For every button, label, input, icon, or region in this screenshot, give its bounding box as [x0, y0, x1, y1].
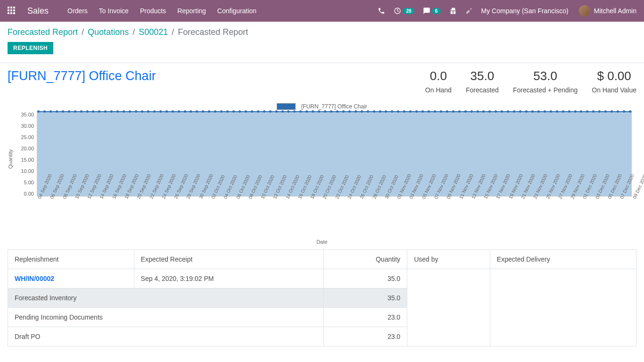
- messages-badge: 6: [432, 8, 441, 14]
- stat-label: Forecasted: [466, 86, 499, 94]
- stat-value: 35.0: [466, 69, 499, 83]
- forecast-table: Replenishment Expected Receipt Quantity …: [8, 249, 636, 346]
- menu-orders[interactable]: Orders: [67, 7, 88, 15]
- phone-icon[interactable]: [378, 7, 385, 15]
- cell-qty: 23.0: [323, 308, 407, 327]
- th-expected-receipt: Expected Receipt: [134, 250, 323, 269]
- stat-forecasted: 35.0 Forecasted: [466, 69, 499, 94]
- crumb-order[interactable]: S00021: [139, 27, 168, 37]
- table-row: WH/IN/00002 Sep 4, 2020, 3:19:02 PM 35.0: [8, 269, 636, 288]
- navbar: Sales Orders To Invoice Products Reporti…: [0, 0, 644, 22]
- menu-to-invoice[interactable]: To Invoice: [99, 7, 129, 15]
- activities-icon[interactable]: 28: [394, 7, 414, 15]
- legend-swatch: [277, 103, 296, 110]
- menu-configuration[interactable]: Configuration: [217, 7, 256, 15]
- app-brand[interactable]: Sales: [27, 6, 49, 16]
- forecast-chart: [FURN_7777] Office Chair Quantity 0.005.…: [8, 102, 636, 245]
- stat-value: $ 0.00: [592, 69, 636, 83]
- gift-icon[interactable]: [449, 7, 457, 15]
- cell-qty: 23.0: [323, 327, 407, 346]
- replenishment-link[interactable]: WH/IN/00002: [15, 275, 54, 282]
- crumb-current: Forecasted Report: [178, 27, 248, 37]
- stat-label: On Hand Value: [592, 86, 636, 94]
- x-ticks: 04 Sep 202006 Sep 202008 Sep 202010 Sep …: [37, 197, 632, 226]
- y-axis-label: Quantity: [8, 149, 13, 169]
- y-ticks: 0.005.0010.0015.0020.0025.0030.0035.00: [14, 112, 36, 197]
- stat-forecasted-pending: 53.0 Forecasted + Pending: [513, 69, 578, 94]
- cell-qty: 35.0: [323, 269, 407, 288]
- stat-value: 53.0: [513, 69, 578, 83]
- menu-reporting[interactable]: Reporting: [177, 7, 206, 15]
- breadcrumb: Forecasted Report / Quotations / S00021 …: [8, 27, 636, 37]
- activities-badge: 28: [403, 8, 414, 14]
- company-switcher[interactable]: My Company (San Francisco): [481, 7, 569, 15]
- cell-label: Pending Incoming Documents: [8, 308, 324, 327]
- product-title[interactable]: [FURN_7777] Office Chair: [8, 69, 156, 83]
- subheader: Forecasted Report / Quotations / S00021 …: [0, 22, 644, 57]
- replenish-button[interactable]: Replenish: [8, 42, 53, 54]
- cell-receipt: Sep 4, 2020, 3:19:02 PM: [134, 269, 323, 288]
- th-quantity: Quantity: [323, 250, 407, 269]
- tools-icon[interactable]: [465, 7, 473, 15]
- stat-value: 0.0: [425, 69, 452, 83]
- stat-label: On Hand: [425, 86, 452, 94]
- crumb-forecasted-report[interactable]: Forecasted Report: [8, 27, 78, 37]
- stat-label: Forecasted + Pending: [513, 86, 578, 94]
- stats: 0.0 On Hand 35.0 Forecasted 53.0 Forecas…: [425, 69, 636, 94]
- cell-label: Forecasted Inventory: [8, 288, 324, 308]
- cell-used-by: [407, 269, 490, 346]
- avatar: [579, 5, 590, 16]
- legend-label: [FURN_7777] Office Chair: [301, 103, 367, 110]
- series-dots: [37, 110, 632, 113]
- th-used-by: Used by: [407, 250, 490, 269]
- th-replenishment: Replenishment: [8, 250, 134, 269]
- apps-icon[interactable]: [8, 7, 16, 15]
- cell-qty: 35.0: [323, 288, 407, 308]
- cell-label: Draft PO: [8, 327, 324, 346]
- x-axis-label: Date: [8, 239, 636, 245]
- stat-on-hand-value: $ 0.00 On Hand Value: [592, 69, 636, 94]
- cell-expected-delivery: [490, 269, 636, 346]
- stat-on-hand: 0.0 On Hand: [425, 69, 452, 94]
- user-menu[interactable]: Mitchell Admin: [579, 5, 636, 16]
- user-name: Mitchell Admin: [594, 7, 636, 15]
- messages-icon[interactable]: 6: [423, 7, 441, 15]
- crumb-quotations[interactable]: Quotations: [88, 27, 129, 37]
- th-expected-delivery: Expected Delivery: [490, 250, 636, 269]
- menu-products[interactable]: Products: [140, 7, 166, 15]
